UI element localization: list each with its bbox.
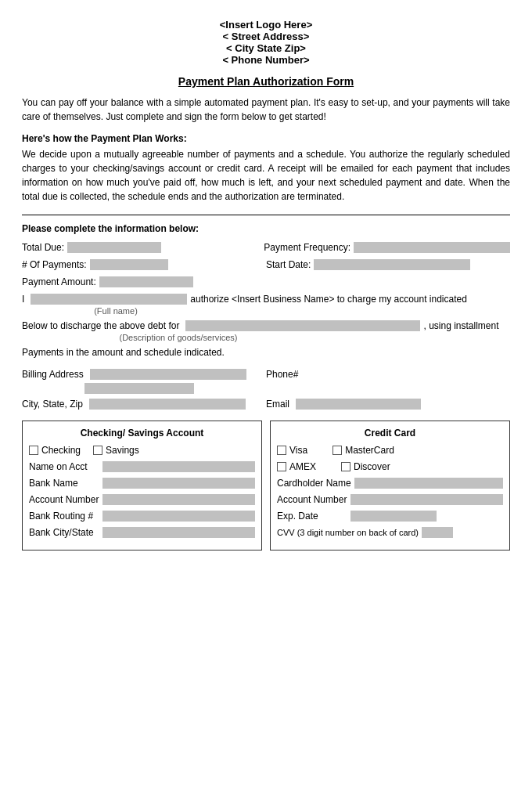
cardholder-name-label: Cardholder Name [277, 478, 351, 489]
payment-frequency-input[interactable] [354, 242, 510, 253]
discover-checkbox-item[interactable]: Discover [341, 461, 394, 472]
debt-text: Below to discharge the above debt for [22, 320, 179, 331]
total-due-row: Total Due: Payment Frequency: [22, 242, 510, 253]
total-due-input[interactable] [67, 242, 161, 253]
mastercard-checkbox-item[interactable]: MasterCard [332, 445, 397, 456]
amex-discover-row: AMEX Discover [277, 461, 503, 472]
start-date-input[interactable] [314, 259, 470, 270]
authorize-row: I authorize <Insert Business Name> to ch… [22, 294, 510, 305]
email-input[interactable] [296, 399, 421, 410]
divider [22, 215, 510, 215]
bank-city-state-label: Bank City/State [29, 527, 99, 538]
amex-checkbox[interactable] [277, 462, 286, 471]
name-on-acct-row: Name on Acct [29, 461, 255, 472]
cs-account-number-row: Account Number [29, 494, 255, 505]
billing-address-row: Billing Address Phone# [22, 369, 510, 394]
credit-card-box: Credit Card Visa MasterCard AMEX [270, 421, 510, 551]
payments-text: Payments in the amount and schedule indi… [22, 347, 510, 358]
city-state-zip-text: < City State Zip> [22, 42, 510, 54]
visa-label: Visa [289, 445, 307, 456]
how-it-works-heading: Here's how the Payment Plan Works: [22, 133, 510, 144]
desc-sub-row: (Description of goods/services) [22, 333, 510, 342]
exp-date-label: Exp. Date [277, 511, 347, 522]
cs-account-number-input[interactable] [102, 494, 255, 505]
bank-routing-label: Bank Routing # [29, 511, 99, 522]
cs-account-number-label: Account Number [29, 494, 99, 505]
cvv-input[interactable] [422, 527, 453, 538]
discover-checkbox[interactable] [341, 462, 350, 471]
bank-city-state-input[interactable] [102, 527, 255, 538]
exp-date-row: Exp. Date [277, 511, 503, 522]
name-on-acct-input[interactable] [102, 461, 255, 472]
billing-address-label: Billing Address [22, 369, 84, 380]
form-title: Payment Plan Authorization Form [22, 75, 510, 88]
email-label: Email [266, 399, 289, 410]
total-due-col: Total Due: [22, 242, 264, 253]
bank-name-row: Bank Name [29, 478, 255, 489]
bank-city-state-row: Bank City/State [29, 527, 255, 538]
mastercard-checkbox[interactable] [332, 446, 342, 455]
savings-checkbox-item[interactable]: Savings [93, 445, 142, 456]
phone-label: Phone# [266, 369, 298, 380]
billing-section: Billing Address Phone# City, State, Zip … [22, 369, 510, 410]
address-text: < Street Address> [22, 31, 510, 42]
debt-row: Below to discharge the above debt for , … [22, 320, 510, 331]
intro-text: You can pay off your balance with a simp… [22, 96, 510, 124]
payment-amount-input[interactable] [99, 276, 193, 287]
total-due-label: Total Due: [22, 242, 64, 253]
billing-right: Phone# [266, 369, 510, 380]
checking-savings-box: Checking/ Savings Account Checking Savin… [22, 421, 262, 551]
city-state-zip-label: City, State, Zip [22, 399, 83, 410]
checking-label: Checking [41, 445, 81, 456]
num-payments-label: # Of Payments: [22, 259, 87, 270]
checking-checkbox[interactable] [29, 446, 38, 455]
savings-checkbox[interactable] [93, 446, 102, 455]
using-installment-text: , using installment [423, 320, 498, 331]
i-label: I [22, 294, 24, 305]
checking-savings-title: Checking/ Savings Account [29, 428, 255, 439]
city-state-zip-col: City, State, Zip [22, 399, 266, 410]
credit-card-title: Credit Card [277, 428, 503, 439]
name-on-acct-label: Name on Acct [29, 461, 99, 472]
payment-frequency-col: Payment Frequency: [264, 242, 510, 253]
cc-account-number-label: Account Number [277, 494, 347, 505]
cc-account-number-row: Account Number [277, 494, 503, 505]
full-name-sub-row: (Full name) [22, 306, 510, 316]
start-date-label: Start Date: [266, 259, 311, 270]
authorize-text: authorize <Insert Business Name> to char… [190, 294, 467, 305]
start-date-col: Start Date: [266, 259, 510, 270]
cardholder-name-row: Cardholder Name [277, 478, 503, 489]
billing-address-input-2[interactable] [84, 383, 194, 394]
num-payments-input[interactable] [90, 259, 168, 270]
city-state-zip-input[interactable] [89, 399, 246, 410]
visa-checkbox-item[interactable]: Visa [277, 445, 311, 456]
city-state-zip-row: City, State, Zip Email [22, 399, 510, 410]
amex-checkbox-item[interactable]: AMEX [277, 461, 319, 472]
discover-label: Discover [354, 461, 390, 472]
bank-name-input[interactable] [102, 478, 255, 489]
header: <Insert Logo Here> < Street Address> < C… [22, 19, 510, 66]
payment-amount-row: Payment Amount: [22, 276, 510, 287]
amex-label: AMEX [289, 461, 316, 472]
cardholder-name-input[interactable] [354, 478, 503, 489]
bank-name-label: Bank Name [29, 478, 99, 489]
payment-frequency-label: Payment Frequency: [264, 242, 350, 253]
cc-account-number-input[interactable] [350, 494, 503, 505]
complete-heading: Please complete the information below: [22, 223, 510, 234]
savings-label: Savings [106, 445, 139, 456]
page: <Insert Logo Here> < Street Address> < C… [0, 0, 532, 805]
bank-routing-input[interactable] [102, 511, 255, 522]
phone-text: < Phone Number> [22, 54, 510, 66]
bank-routing-row: Bank Routing # [29, 511, 255, 522]
billing-address-input-1[interactable] [90, 369, 246, 380]
payment-amount-label: Payment Amount: [22, 276, 96, 287]
visa-checkbox[interactable] [277, 446, 286, 455]
num-payments-row: # Of Payments: Start Date: [22, 259, 510, 270]
full-name-input[interactable] [31, 294, 187, 305]
checking-checkbox-item[interactable]: Checking [29, 445, 84, 456]
debt-description-input[interactable] [185, 320, 420, 331]
exp-date-input[interactable] [350, 511, 437, 522]
desc-sub: (Description of goods/services) [61, 333, 296, 342]
billing-left: Billing Address [22, 369, 266, 394]
mastercard-label: MasterCard [345, 445, 394, 456]
